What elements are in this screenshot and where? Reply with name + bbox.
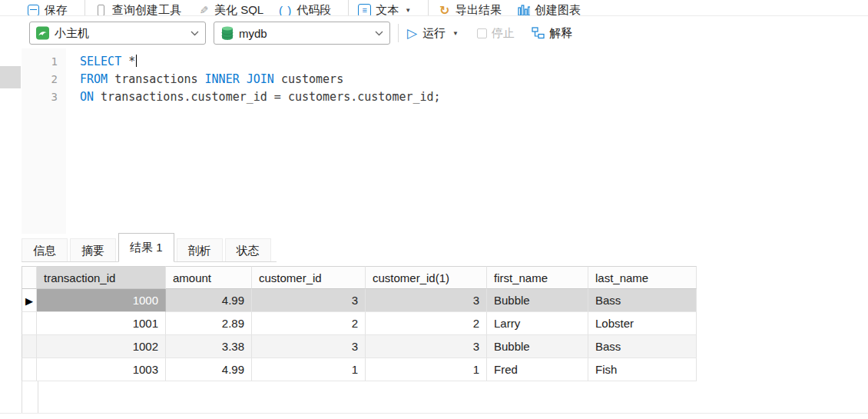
explain-button[interactable]: 解释 [532, 26, 572, 41]
database-value: mydb [239, 27, 267, 40]
row-selector-cell[interactable]: ▶ [22, 289, 37, 312]
stop-button[interactable]: 停止 [477, 26, 515, 41]
database-select[interactable]: mydb [214, 22, 390, 45]
table-row: 10012.8922LarryLobster [22, 312, 697, 335]
chevron-down-icon [375, 31, 383, 36]
grid-gutter-tail [22, 381, 38, 414]
grid-cell[interactable]: Lobster [588, 312, 697, 335]
grid-cell[interactable]: Bubble [487, 335, 588, 358]
grid-cell[interactable]: Fred [487, 358, 588, 381]
stop-label: 停止 [492, 26, 515, 41]
grid-cell[interactable]: Bass [588, 289, 697, 312]
editor-code[interactable]: 1SELECT *2FROM transactions INNER JOIN c… [22, 48, 868, 106]
run-toolbar: 小主机 mydb ▷ 运行 ▼ 停止 [0, 16, 868, 48]
column-header-amount[interactable]: amount [166, 266, 252, 289]
grid-cell[interactable]: 1002 [37, 335, 166, 358]
create-chart-button[interactable]: 创建图表 [517, 0, 581, 16]
grid-cell[interactable]: 3 [252, 289, 366, 312]
query-builder-button[interactable]: 查询创建工具 [94, 0, 181, 16]
column-header-customer_id[interactable]: customer_id [252, 266, 366, 289]
grid-cell[interactable]: 1001 [37, 312, 166, 335]
result-tab-1[interactable]: 摘要 [70, 238, 116, 261]
code-snippet-label: 代码段 [297, 3, 331, 17]
table-row: ▶10004.9933BubbleBass [22, 289, 697, 312]
grid-cell[interactable]: 1000 [37, 289, 166, 312]
run-button[interactable]: ▷ 运行 ▼ [407, 26, 462, 41]
line-number: 3 [22, 88, 66, 106]
grid-cell[interactable]: 3 [252, 335, 366, 358]
query-builder-icon [94, 4, 108, 17]
grid-cell[interactable]: 1003 [37, 358, 166, 381]
code-text: ON transactions.customer_id = customers.… [66, 88, 441, 106]
explain-label: 解释 [549, 26, 572, 41]
code-line[interactable]: 1SELECT * [22, 53, 868, 71]
chevron-down-icon: ▼ [405, 7, 411, 14]
beautify-sql-label: 美化 SQL [214, 3, 263, 17]
code-text: SELECT * [66, 53, 137, 71]
play-icon: ▷ [407, 27, 417, 40]
grid-cell[interactable]: 3 [366, 335, 487, 358]
text-mode-button[interactable]: ≡ 文本 ▼ [358, 0, 411, 16]
grid-corner-cell [22, 266, 37, 289]
grid-cell[interactable]: Fish [588, 358, 697, 381]
text-mode-label: 文本 [376, 3, 399, 17]
code-line[interactable]: 3ON transactions.customer_id = customers… [22, 88, 868, 106]
beautify-sql-button[interactable]: ✎ 美化 SQL [197, 0, 263, 16]
chevron-down-icon: ▼ [452, 30, 459, 37]
connection-select[interactable]: 小主机 [29, 22, 206, 45]
result-tab-2[interactable]: 结果 1 [118, 233, 174, 262]
create-chart-label: 创建图表 [535, 3, 581, 17]
grid-cell[interactable]: Bass [588, 335, 697, 358]
row-marker-icon: ▶ [25, 295, 33, 307]
toolbar-separator [398, 24, 399, 42]
splitter-handle[interactable] [0, 66, 21, 88]
result-tab-4[interactable]: 状态 [225, 238, 271, 261]
beautify-sql-icon: ✎ [197, 4, 210, 17]
code-line[interactable]: 2FROM transactions INNER JOIN customers [22, 71, 868, 88]
row-selector-cell[interactable] [22, 312, 37, 335]
grid-cell[interactable]: 2 [252, 312, 366, 335]
sql-editor[interactable]: 1SELECT *2FROM transactions INNER JOIN c… [22, 48, 868, 234]
save-button[interactable]: 保存 [27, 0, 68, 16]
grid-cell[interactable]: 2 [366, 312, 487, 335]
chevron-down-icon [190, 31, 199, 36]
toolbar-separator [428, 0, 429, 16]
toolbar-separator [84, 0, 85, 16]
grid-cell[interactable]: 1 [252, 358, 366, 381]
save-icon [27, 4, 40, 17]
result-tabstrip: 信息摘要结果 1剖析状态 [22, 233, 277, 262]
grid-header-row: transaction_idamountcustomer_idcustomer_… [22, 266, 697, 289]
code-text: FROM transactions INNER JOIN customers [66, 71, 343, 88]
column-header-customer_id(1)[interactable]: customer_id(1) [366, 266, 487, 289]
result-tab-0[interactable]: 信息 [22, 238, 68, 261]
toolbar-separator [348, 0, 349, 16]
connection-value: 小主机 [55, 26, 89, 41]
grid-cell[interactable]: 4.99 [166, 289, 252, 312]
explain-icon [532, 27, 545, 39]
table-row: 10023.3833BubbleBass [22, 335, 697, 358]
save-label: 保存 [45, 3, 68, 17]
line-number: 1 [22, 53, 66, 71]
column-header-last_name[interactable]: last_name [588, 266, 697, 289]
grid-cell[interactable]: 2.89 [166, 312, 252, 335]
result-grid: transaction_idamountcustomer_idcustomer_… [22, 266, 697, 381]
export-results-button[interactable]: ↻ 导出结果 [438, 0, 502, 16]
stop-icon [477, 28, 487, 38]
grid-cell[interactable]: Bubble [487, 289, 588, 312]
main-toolbar: 保存 查询创建工具 ✎ 美化 SQL ( ) 代码段 ≡ 文本 ▼ ↻ 导出结果… [0, 0, 868, 16]
grid-cell[interactable]: Larry [487, 312, 588, 335]
line-number: 2 [22, 71, 66, 88]
column-header-transaction_id[interactable]: transaction_id [37, 266, 166, 289]
text-mode-icon: ≡ [358, 4, 371, 17]
grid-cell[interactable]: 3.38 [166, 335, 252, 358]
result-tab-3[interactable]: 剖析 [177, 238, 223, 261]
code-snippet-button[interactable]: ( ) 代码段 [279, 0, 331, 16]
grid-cell[interactable]: 3 [366, 289, 487, 312]
run-label: 运行 [422, 26, 446, 41]
grid-cell[interactable]: 4.99 [166, 358, 252, 381]
row-selector-cell[interactable] [22, 358, 37, 381]
create-chart-icon [517, 4, 530, 17]
column-header-first_name[interactable]: first_name [487, 266, 588, 289]
grid-cell[interactable]: 1 [366, 358, 487, 381]
row-selector-cell[interactable] [22, 335, 37, 358]
